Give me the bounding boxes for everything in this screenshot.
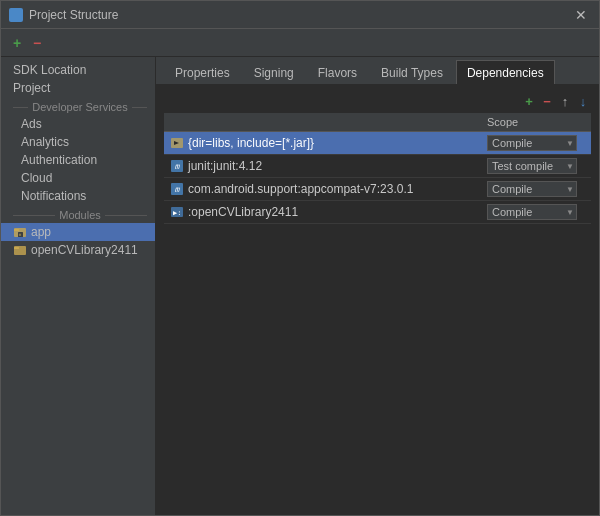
- tab-properties[interactable]: Properties: [164, 60, 241, 84]
- folder-app-icon: ⚙: [13, 225, 27, 239]
- tab-signing[interactable]: Signing: [243, 60, 305, 84]
- tab-build-types[interactable]: Build Types: [370, 60, 454, 84]
- dep-scope-cell: Compile Test compile Provided APK: [481, 132, 591, 155]
- deps-remove-button[interactable]: −: [539, 93, 555, 109]
- scope-select[interactable]: Compile Test compile Provided APK: [487, 135, 577, 151]
- scope-wrapper: Compile Test compile Provided APK: [487, 181, 577, 197]
- dir-icon: ▶:: [170, 205, 184, 219]
- sidebar-item-sdk-location[interactable]: SDK Location: [1, 61, 155, 79]
- window-icon: [9, 8, 23, 22]
- dependencies-table: Scope {di: [164, 113, 591, 224]
- sidebar-item-opencv[interactable]: openCVLibrary2411: [1, 241, 155, 259]
- sidebar-item-notifications[interactable]: Notifications: [1, 187, 155, 205]
- scope-select[interactable]: Compile Test compile Provided APK: [487, 181, 577, 197]
- tab-dependencies[interactable]: Dependencies: [456, 60, 555, 84]
- main-content: SDK Location Project Developer Services …: [1, 57, 599, 515]
- table-row[interactable]: {dir=libs, include=[*.jar]} Compile Test…: [164, 132, 591, 155]
- toolbar-remove-button[interactable]: −: [29, 35, 45, 51]
- sidebar-item-cloud[interactable]: Cloud: [1, 169, 155, 187]
- dependencies-panel: + − ↑ ↓ Scope: [156, 85, 599, 515]
- modules-section: Modules: [1, 205, 155, 223]
- project-structure-window: Project Structure ✕ + − SDK Location Pro…: [0, 0, 600, 516]
- sidebar-item-project[interactable]: Project: [1, 79, 155, 97]
- folder-module-icon: [13, 243, 27, 257]
- top-toolbar: + −: [1, 29, 599, 57]
- table-row[interactable]: m com.android.support:appcompat-v7:23.0.…: [164, 178, 591, 201]
- right-panel: Properties Signing Flavors Build Types D…: [156, 57, 599, 515]
- tabs-bar: Properties Signing Flavors Build Types D…: [156, 57, 599, 85]
- dep-name-cell: m com.android.support:appcompat-v7:23.0.…: [164, 178, 481, 201]
- sidebar-item-analytics[interactable]: Analytics: [1, 133, 155, 151]
- title-bar: Project Structure ✕: [1, 1, 599, 29]
- dep-name-cell: m junit:junit:4.12: [164, 155, 481, 178]
- dep-scope-cell: Compile Test compile Provided APK: [481, 201, 591, 224]
- deps-up-button[interactable]: ↑: [557, 93, 573, 109]
- col-name: [164, 113, 481, 132]
- deps-toolbar: + − ↑ ↓: [164, 93, 591, 109]
- module-icon: m: [170, 182, 184, 196]
- col-scope: Scope: [481, 113, 591, 132]
- scope-wrapper: Compile Test compile Provided APK: [487, 158, 577, 174]
- dep-scope-cell: Compile Test compile Provided APK: [481, 155, 591, 178]
- table-row[interactable]: ▶: :openCVLibrary2411 Compile Test compi: [164, 201, 591, 224]
- svg-rect-5: [14, 247, 19, 249]
- scope-select[interactable]: Compile Test compile Provided APK: [487, 204, 577, 220]
- module-icon: m: [170, 159, 184, 173]
- developer-services-section: Developer Services: [1, 97, 155, 115]
- sidebar-item-ads[interactable]: Ads: [1, 115, 155, 133]
- scope-wrapper: Compile Test compile Provided APK: [487, 204, 577, 220]
- sidebar-item-authentication[interactable]: Authentication: [1, 151, 155, 169]
- window-title: Project Structure: [29, 8, 118, 22]
- table-row[interactable]: m junit:junit:4.12 Compile Test compile: [164, 155, 591, 178]
- scope-select[interactable]: Compile Test compile Provided APK: [487, 158, 577, 174]
- svg-text:▶:: ▶:: [173, 209, 181, 217]
- tab-flavors[interactable]: Flavors: [307, 60, 368, 84]
- sidebar-item-app[interactable]: ⚙ app: [1, 223, 155, 241]
- dir-icon: [170, 136, 184, 150]
- dep-name-cell: {dir=libs, include=[*.jar]}: [164, 132, 481, 155]
- dep-scope-cell: Compile Test compile Provided APK: [481, 178, 591, 201]
- close-button[interactable]: ✕: [571, 7, 591, 23]
- deps-add-button[interactable]: +: [521, 93, 537, 109]
- svg-rect-1: [14, 229, 19, 231]
- toolbar-add-button[interactable]: +: [9, 35, 25, 51]
- sidebar: SDK Location Project Developer Services …: [1, 57, 156, 515]
- title-bar-left: Project Structure: [9, 8, 118, 22]
- scope-wrapper: Compile Test compile Provided APK: [487, 135, 577, 151]
- dep-name-cell: ▶: :openCVLibrary2411: [164, 201, 481, 224]
- deps-down-button[interactable]: ↓: [575, 93, 591, 109]
